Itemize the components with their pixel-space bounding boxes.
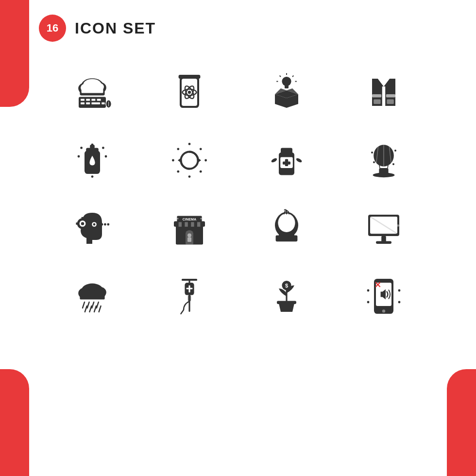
icon-cell-cloud-keyboard bbox=[49, 63, 136, 121]
svg-point-77 bbox=[394, 150, 396, 152]
svg-rect-42 bbox=[374, 99, 380, 104]
svg-line-130 bbox=[85, 306, 87, 312]
svg-text:CINEMA: CINEMA bbox=[183, 217, 196, 221]
svg-point-56 bbox=[204, 159, 207, 162]
svg-rect-125 bbox=[80, 292, 104, 299]
svg-marker-63 bbox=[178, 158, 181, 163]
svg-point-55 bbox=[172, 159, 174, 162]
svg-line-129 bbox=[97, 302, 99, 308]
svg-rect-119 bbox=[376, 241, 391, 244]
svg-rect-98 bbox=[185, 221, 187, 227]
svg-point-44 bbox=[78, 155, 80, 158]
svg-rect-118 bbox=[381, 236, 386, 242]
icon-cell-safety-vest bbox=[340, 63, 427, 121]
svg-point-114 bbox=[278, 214, 295, 232]
svg-point-94 bbox=[107, 223, 109, 226]
svg-point-59 bbox=[177, 170, 179, 173]
svg-point-106 bbox=[177, 218, 178, 219]
svg-rect-99 bbox=[191, 221, 194, 227]
icon-cell-iv-drip bbox=[146, 267, 233, 325]
svg-point-93 bbox=[104, 223, 106, 226]
corner-decoration-bottom-left bbox=[0, 369, 29, 476]
svg-point-48 bbox=[80, 147, 83, 149]
icon-cell-ai-head bbox=[49, 199, 136, 257]
icon-cell-plant-growth: $ bbox=[243, 267, 330, 325]
svg-point-49 bbox=[102, 147, 104, 149]
plant-growth-icon: $ bbox=[267, 277, 306, 316]
svg-rect-10 bbox=[86, 99, 90, 101]
svg-marker-62 bbox=[198, 158, 201, 163]
icon-cell-cinema: CINEMA bbox=[146, 199, 233, 257]
svg-line-126 bbox=[83, 302, 85, 308]
icon-cell-idea-box bbox=[243, 63, 330, 121]
svg-point-69 bbox=[271, 157, 277, 163]
gas-cylinder-icon bbox=[73, 141, 112, 180]
svg-line-133 bbox=[99, 306, 101, 312]
idea-box-icon bbox=[267, 73, 306, 112]
header: 16 ICON SET bbox=[39, 15, 156, 42]
svg-rect-100 bbox=[197, 221, 200, 227]
chef-hat-icon bbox=[267, 209, 306, 248]
rain-cloud-icon bbox=[73, 277, 112, 316]
svg-rect-16 bbox=[102, 102, 104, 104]
svg-point-58 bbox=[200, 148, 202, 150]
svg-rect-15 bbox=[91, 102, 100, 104]
svg-point-154 bbox=[398, 301, 401, 304]
svg-point-153 bbox=[367, 301, 370, 304]
svg-line-36 bbox=[292, 76, 293, 77]
icon-cell-monitor bbox=[340, 199, 427, 257]
svg-rect-88 bbox=[82, 217, 84, 220]
svg-point-32 bbox=[282, 77, 291, 86]
icon-grid: CINEMA bbox=[39, 53, 437, 335]
svg-point-79 bbox=[373, 161, 375, 163]
svg-rect-105 bbox=[187, 237, 191, 242]
svg-line-140 bbox=[181, 310, 184, 314]
svg-point-70 bbox=[295, 157, 302, 163]
badge-number: 16 bbox=[39, 15, 66, 42]
svg-point-45 bbox=[105, 155, 107, 158]
phone-speaker-icon bbox=[364, 277, 403, 316]
svg-rect-11 bbox=[91, 99, 95, 101]
svg-point-25 bbox=[188, 91, 191, 94]
svg-point-53 bbox=[188, 143, 191, 145]
svg-point-147 bbox=[382, 309, 385, 312]
hot-air-balloon-icon bbox=[364, 141, 403, 180]
svg-point-60 bbox=[200, 170, 202, 173]
header-title: ICON SET bbox=[75, 19, 156, 37]
svg-point-78 bbox=[392, 163, 394, 165]
icon-cell-hot-air-balloon bbox=[340, 131, 427, 189]
svg-point-151 bbox=[367, 289, 370, 292]
svg-point-84 bbox=[93, 223, 96, 226]
svg-point-47 bbox=[91, 175, 94, 178]
svg-point-54 bbox=[188, 175, 191, 178]
icon-cell-sun-reload bbox=[146, 131, 233, 189]
svg-line-127 bbox=[87, 302, 89, 308]
svg-rect-89 bbox=[82, 228, 84, 230]
svg-point-107 bbox=[200, 218, 202, 219]
safety-vest-icon bbox=[364, 73, 403, 112]
svg-point-104 bbox=[187, 233, 191, 237]
svg-rect-12 bbox=[97, 99, 101, 101]
svg-rect-139 bbox=[188, 295, 191, 302]
svg-rect-97 bbox=[179, 221, 182, 227]
cloud-keyboard-icon bbox=[73, 73, 112, 112]
svg-rect-14 bbox=[86, 102, 90, 104]
svg-rect-9 bbox=[81, 99, 85, 101]
icon-cell-chef-hat bbox=[243, 199, 330, 257]
monitor-icon bbox=[364, 209, 403, 248]
svg-line-132 bbox=[94, 306, 96, 312]
svg-rect-26 bbox=[179, 75, 201, 79]
cinema-icon: CINEMA bbox=[170, 209, 209, 248]
svg-rect-138 bbox=[187, 288, 193, 289]
svg-rect-67 bbox=[283, 161, 290, 164]
svg-rect-68 bbox=[281, 148, 292, 153]
iv-drip-icon bbox=[170, 277, 209, 316]
svg-line-131 bbox=[89, 306, 91, 312]
svg-point-76 bbox=[371, 152, 373, 153]
icon-cell-medicine-bottle bbox=[243, 131, 330, 189]
svg-rect-135 bbox=[182, 279, 197, 281]
science-can-icon bbox=[170, 73, 209, 112]
svg-rect-90 bbox=[76, 222, 78, 225]
svg-rect-39 bbox=[382, 86, 385, 106]
svg-rect-7 bbox=[82, 87, 103, 93]
